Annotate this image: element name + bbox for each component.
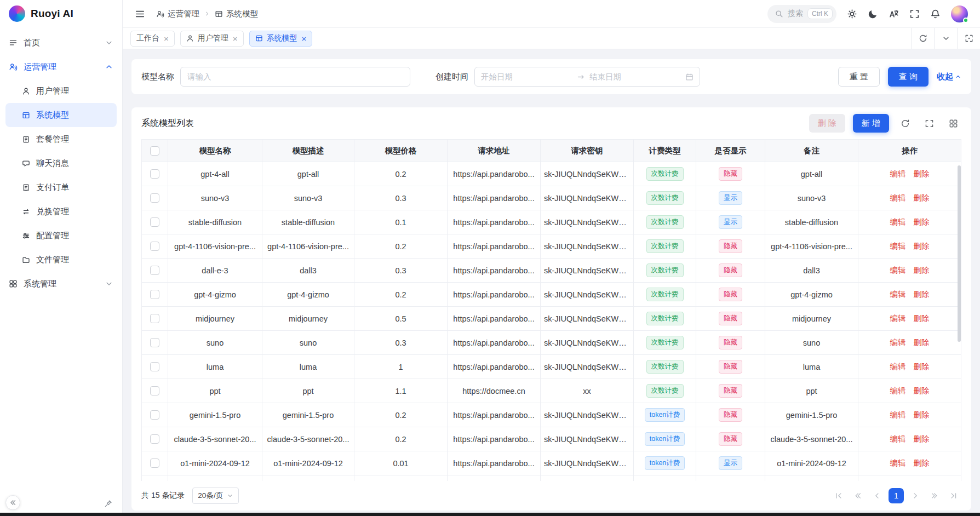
refresh-table-icon[interactable] (897, 115, 913, 131)
row-checkbox[interactable] (150, 314, 159, 323)
column-settings-icon[interactable] (945, 115, 961, 131)
package-icon (22, 135, 30, 144)
tab-models[interactable]: 系统模型× (249, 31, 313, 47)
breadcrumb-item-operations[interactable]: 运营管理 (156, 9, 199, 19)
close-tab-icon[interactable]: × (302, 35, 307, 43)
cell-request-url: https://api.pandarobo... (448, 259, 541, 283)
edit-link[interactable]: 编辑 (890, 410, 906, 419)
breadcrumb-item-models[interactable]: 系统模型 (215, 9, 258, 19)
search-button[interactable]: 查 询 (888, 67, 929, 87)
delete-link[interactable]: 删除 (914, 266, 930, 274)
delete-button[interactable]: 删 除 (809, 114, 845, 133)
sidebar-item-models[interactable]: 系统模型 (5, 103, 117, 127)
pin-sidebar-icon[interactable] (104, 500, 112, 508)
tab-users[interactable]: 用户管理× (180, 31, 244, 47)
delete-link[interactable]: 删除 (914, 242, 930, 250)
cell-request-url: https://api.pandarobo... (448, 331, 541, 355)
tab-workbench[interactable]: 工作台× (130, 31, 175, 47)
model-name-input[interactable] (180, 67, 410, 87)
settings-icon[interactable] (847, 9, 857, 19)
sidebar-toggle-icon[interactable] (135, 9, 145, 19)
delete-link[interactable]: 删除 (914, 290, 930, 299)
delete-link[interactable]: 删除 (914, 193, 930, 202)
edit-link[interactable]: 编辑 (890, 266, 906, 274)
current-page[interactable]: 1 (889, 488, 904, 503)
collapse-filter-link[interactable]: 收起 (937, 72, 961, 82)
reset-button[interactable]: 重 置 (838, 67, 880, 87)
notifications-icon[interactable] (930, 9, 941, 19)
tabs-menu-icon[interactable] (934, 28, 957, 49)
table-fullscreen-icon[interactable] (921, 115, 937, 131)
sidebar-item-config[interactable]: 配置管理 (5, 223, 117, 248)
row-checkbox[interactable] (150, 169, 159, 179)
row-checkbox[interactable] (150, 217, 159, 227)
edit-link[interactable]: 编辑 (890, 169, 906, 178)
sidebar-item-files[interactable]: 文件管理 (5, 248, 117, 272)
language-icon[interactable] (889, 9, 899, 19)
date-range-picker[interactable]: 开始日期 结束日期 (474, 67, 700, 87)
row-checkbox[interactable] (150, 266, 159, 275)
delete-link[interactable]: 删除 (914, 434, 930, 443)
edit-link[interactable]: 编辑 (890, 458, 906, 467)
edit-link[interactable]: 编辑 (890, 193, 906, 202)
sidebar-item-users[interactable]: 用户管理 (5, 79, 117, 103)
sidebar-item-payment-orders[interactable]: 支付订单 (5, 175, 117, 199)
delete-link[interactable]: 删除 (914, 362, 930, 371)
row-checkbox[interactable] (150, 458, 159, 468)
cell-model-desc: midjourney (262, 307, 354, 331)
row-checkbox[interactable] (150, 362, 159, 371)
maximize-content-icon[interactable] (957, 28, 980, 49)
close-tab-icon[interactable]: × (164, 35, 169, 43)
delete-link[interactable]: 删除 (914, 217, 930, 226)
row-checkbox[interactable] (150, 410, 159, 420)
row-checkbox[interactable] (150, 386, 159, 395)
select-all-checkbox[interactable] (150, 146, 159, 156)
sidebar-item-packages[interactable]: 套餐管理 (5, 127, 117, 151)
sidebar-item-home[interactable]: 首页 (0, 31, 122, 55)
sidebar-item-chat-messages[interactable]: 聊天消息 (5, 151, 117, 175)
delete-link[interactable]: 删除 (914, 314, 930, 323)
edit-link[interactable]: 编辑 (890, 434, 906, 443)
edit-link[interactable]: 编辑 (890, 362, 906, 371)
prev-page-button[interactable] (869, 488, 885, 503)
delete-link[interactable]: 删除 (914, 458, 930, 467)
edit-link[interactable]: 编辑 (890, 386, 906, 395)
refresh-page-icon[interactable] (911, 28, 934, 49)
row-checkbox[interactable] (150, 242, 159, 251)
global-search[interactable]: 搜索 Ctrl K (767, 5, 836, 23)
fullscreen-icon[interactable] (909, 9, 920, 19)
cell-model-name: luma (168, 355, 262, 379)
vertical-scrollbar[interactable] (958, 165, 961, 342)
app-logo[interactable]: Ruoyi AI (0, 0, 122, 27)
edit-link[interactable]: 编辑 (890, 242, 906, 250)
delete-link[interactable]: 删除 (914, 169, 930, 178)
sidebar-item-system[interactable]: 系统管理 (0, 272, 122, 296)
prev-pages-button[interactable] (850, 488, 866, 503)
cell-operations: 编辑删除 (858, 331, 961, 355)
table-title: 系统模型列表 (141, 118, 194, 129)
delete-link[interactable]: 删除 (914, 386, 930, 395)
delete-link[interactable]: 删除 (914, 410, 930, 419)
column-header: 请求地址 (448, 140, 541, 162)
close-tab-icon[interactable]: × (233, 35, 238, 43)
row-checkbox[interactable] (150, 290, 159, 299)
avatar[interactable] (951, 5, 968, 22)
sidebar-collapse-button[interactable] (5, 495, 20, 510)
sidebar-item-operations[interactable]: 运营管理 (0, 55, 122, 79)
edit-link[interactable]: 编辑 (890, 217, 906, 226)
edit-link[interactable]: 编辑 (890, 290, 906, 299)
delete-link[interactable]: 删除 (914, 338, 930, 347)
edit-link[interactable]: 编辑 (890, 338, 906, 347)
next-page-button[interactable] (908, 488, 923, 503)
dark-mode-icon[interactable] (868, 9, 878, 19)
next-pages-button[interactable] (927, 488, 942, 503)
first-page-button[interactable] (831, 488, 846, 503)
row-checkbox[interactable] (150, 338, 159, 347)
page-size-select[interactable]: 20条/页 (192, 488, 239, 504)
last-page-button[interactable] (946, 488, 961, 503)
row-checkbox[interactable] (150, 193, 159, 203)
row-checkbox[interactable] (150, 434, 159, 444)
add-button[interactable]: 新 增 (853, 114, 889, 133)
sidebar-item-redeem[interactable]: 兑换管理 (5, 199, 117, 223)
edit-link[interactable]: 编辑 (890, 314, 906, 323)
